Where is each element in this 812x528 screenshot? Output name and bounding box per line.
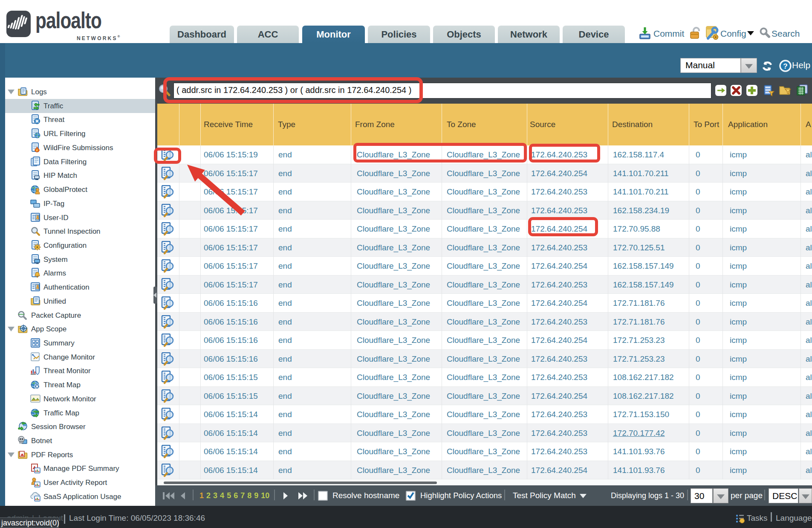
svg-text:?: ? [783,62,787,70]
